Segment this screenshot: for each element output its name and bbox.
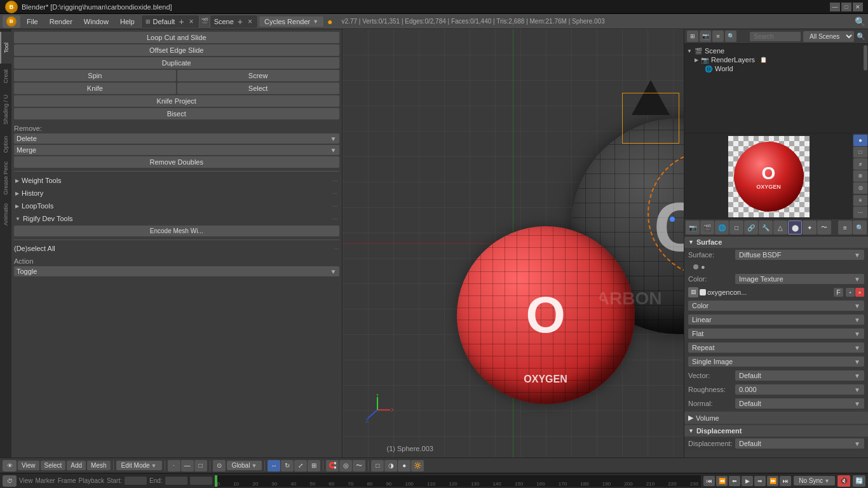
blender-menu-icon[interactable]: B	[3, 15, 20, 28]
duplicate-button[interactable]: Duplicate	[14, 57, 339, 69]
next-frame-btn[interactable]: ⏩	[767, 476, 778, 486]
vert-select-btn[interactable]: ·	[168, 460, 180, 471]
prop-icon-material[interactable]: ⬤	[788, 220, 802, 234]
workspace-selector[interactable]: ⊞ Default + ×	[141, 15, 200, 29]
prop-icon-more[interactable]: ≡	[838, 220, 852, 234]
vector-value[interactable]: Default ▼	[735, 370, 864, 381]
tex-add-btn[interactable]: +	[846, 288, 855, 297]
timeline-bar[interactable]: 0 10 20 30 40 50 60 70 80 90 100 110 120…	[215, 475, 702, 487]
scenes-dropdown[interactable]: All Scenes	[803, 31, 854, 42]
prop-icon-world[interactable]: 🌐	[715, 220, 729, 234]
proportional-btn[interactable]: ◎	[339, 460, 352, 471]
scale-btn[interactable]: ⤢	[294, 460, 307, 471]
surface-header[interactable]: ▼ Surface	[684, 236, 868, 248]
menu-help[interactable]: Help	[115, 17, 140, 27]
rigify-header[interactable]: ▼ Rigify Dev Tools ···	[14, 213, 339, 224]
snap-btn[interactable]: 🧲	[326, 460, 339, 471]
mat-icon-tex[interactable]: ⊞	[853, 170, 867, 182]
grab-btn[interactable]: ↔	[268, 460, 280, 471]
menu-file[interactable]: File	[22, 17, 43, 27]
roughness-value[interactable]: 0.000 ▼	[735, 384, 864, 395]
surface-value-dropdown[interactable]: Diffuse BSDF ▼	[735, 250, 864, 260]
sync-dropdown[interactable]: No Sync ▼	[794, 476, 835, 485]
tree-icon3[interactable]: ≡	[712, 30, 724, 42]
prop-icon-object[interactable]: □	[729, 220, 743, 234]
tree-icon1[interactable]: ⊞	[687, 30, 698, 42]
prop-icon-modifiers[interactable]: 🔧	[759, 220, 773, 234]
tree-item-renderlayers[interactable]: ▶ 📷 RenderLayers 📋	[695, 55, 860, 64]
tex-f-button[interactable]: F	[834, 288, 843, 297]
action-dropdown[interactable]: Toggle ▼	[14, 266, 339, 276]
minimize-button[interactable]: —	[830, 3, 840, 11]
sync-icon-btn[interactable]: 🔄	[853, 475, 865, 487]
single-image-value[interactable]: Single Image ▼	[688, 356, 864, 367]
next-keyframe-btn[interactable]: ➡	[754, 476, 766, 486]
displacement-value[interactable]: Default ▼	[735, 438, 864, 449]
bisect-button[interactable]: Bisect	[14, 108, 339, 119]
menu-render[interactable]: Render	[44, 17, 78, 27]
tree-item-world[interactable]: 🌐 World	[695, 64, 860, 73]
sidebar-tab-tool[interactable]: Tool	[0, 32, 11, 64]
mat-icon-extras2[interactable]: ⋯	[853, 207, 867, 218]
repeat-value[interactable]: Repeat ▼	[688, 342, 864, 353]
viewport-icon-btn[interactable]: 👁	[3, 460, 17, 471]
face-select-btn[interactable]: □	[194, 460, 207, 471]
loop-cut-button[interactable]: Loop Cut and Slide	[14, 32, 339, 43]
tex-remove-btn[interactable]: ×	[855, 288, 864, 297]
mesh-menu[interactable]: Mesh	[87, 461, 110, 470]
color-field-value[interactable]: Color ▼	[688, 301, 864, 311]
prop-icon-particles[interactable]: ✦	[803, 220, 817, 234]
scene-close[interactable]: ×	[247, 17, 254, 26]
knife-project-button[interactable]: Knife Project	[14, 95, 339, 107]
sidebar-tab-creat[interactable]: Creat	[0, 64, 11, 89]
mat-icon-sphere[interactable]: ●	[853, 135, 867, 146]
weight-tools-header[interactable]: ▶ Weight Tools ···	[14, 175, 339, 186]
menu-window[interactable]: Window	[79, 17, 114, 27]
select-button[interactable]: Select	[177, 83, 339, 94]
prop-icon-data[interactable]: △	[773, 220, 787, 234]
scene-add[interactable]: +	[236, 17, 244, 27]
color-value-dropdown[interactable]: Image Texture ▼	[735, 274, 864, 284]
mat-icon-extras1[interactable]: ≡	[853, 195, 867, 207]
viewport-shade-btn2[interactable]: ◑	[384, 460, 397, 471]
edit-mode-dropdown[interactable]: Edit Mode ▼	[116, 461, 162, 470]
sidebar-tab-animatio[interactable]: Animatio	[0, 197, 11, 232]
jump-start-btn[interactable]: ⏮	[703, 476, 715, 486]
right-panel-search-icon[interactable]: 🔍	[857, 32, 865, 41]
tree-icon2[interactable]: 📷	[700, 30, 711, 42]
start-input[interactable]: 1	[125, 477, 147, 485]
normal-value[interactable]: Default ▼	[735, 398, 864, 409]
scene-selector[interactable]: Scene + ×	[210, 15, 258, 29]
encode-mesh-button[interactable]: Encode Mesh Wi...	[14, 226, 339, 236]
looptools-header[interactable]: ▶ LoopTools ···	[14, 200, 339, 212]
transform-btn[interactable]: ⊞	[308, 460, 320, 471]
viewport-shade-btn1[interactable]: □	[371, 460, 384, 471]
tree-icon4[interactable]: 🔍	[725, 30, 736, 42]
interpolation-value[interactable]: Linear ▼	[688, 315, 864, 325]
remove-doubles-button[interactable]: Remove Doubles	[14, 156, 339, 168]
workspace-add[interactable]: +	[177, 17, 185, 27]
prop-mode-btn[interactable]: 〜	[353, 460, 365, 471]
mat-icon-flat[interactable]: □	[853, 147, 867, 158]
prev-keyframe-btn[interactable]: ⬅	[729, 476, 740, 486]
prev-frame-btn[interactable]: ⏪	[716, 476, 728, 486]
play-btn[interactable]: ▶	[742, 476, 753, 486]
add-menu[interactable]: Add	[67, 461, 86, 470]
jump-end-btn[interactable]: ⏭	[780, 476, 791, 486]
end-input[interactable]: 250	[165, 477, 187, 485]
workspace-close[interactable]: ×	[188, 17, 195, 26]
knife-button[interactable]: Knife	[14, 83, 176, 94]
timeline-icon-btn[interactable]: ⏱	[3, 475, 17, 487]
current-frame-input[interactable]: 1	[190, 477, 212, 485]
rotate-btn[interactable]: ↻	[281, 460, 294, 471]
pivot-btn[interactable]: ⊙	[213, 460, 226, 471]
3d-scene[interactable]: C CARBON O OXYGEN O OXYGEN	[342, 29, 684, 458]
spin-button[interactable]: Spin	[14, 70, 176, 81]
search-icon[interactable]: 🔍	[855, 17, 865, 27]
sidebar-tab-grease[interactable]: Grease Penc	[0, 159, 11, 197]
flat-value[interactable]: Flat ▼	[688, 329, 864, 339]
viewport-shade-btn3[interactable]: ●	[398, 460, 410, 471]
mat-icon-env[interactable]: ◎	[853, 182, 867, 194]
prop-icon-render[interactable]: 📷	[686, 220, 700, 234]
select-menu[interactable]: Select	[41, 461, 66, 470]
